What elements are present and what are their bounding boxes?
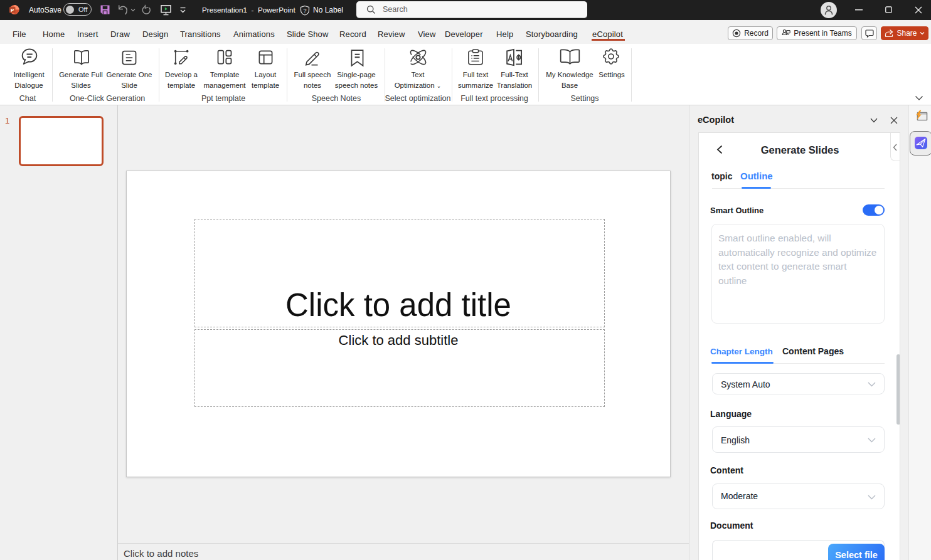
svg-text:?: ? [303,8,306,14]
svg-text:P: P [11,8,14,13]
